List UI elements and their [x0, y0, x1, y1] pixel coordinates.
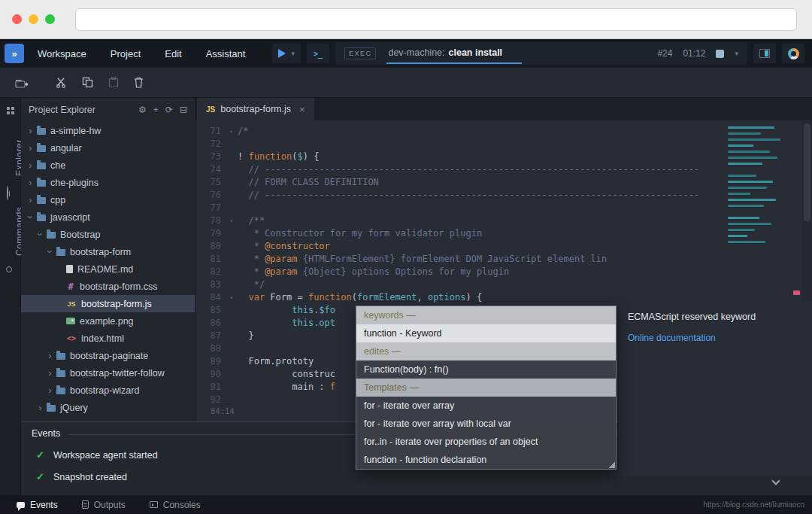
profile-button[interactable] [782, 44, 804, 63]
fold-marker-icon[interactable]: ▾ [226, 291, 238, 304]
menu-item-assistant[interactable]: Assistant [206, 48, 246, 59]
tree-item-bootstrap-form.js[interactable]: JSbootstrap-form.js [21, 295, 195, 312]
minimap-line [728, 241, 765, 243]
statusbar-tab-consoles[interactable]: Consoles [138, 495, 213, 514]
collapse-all-icon[interactable]: ⊟ [180, 105, 187, 114]
code-token: ) { [465, 292, 482, 303]
code-token: /* [238, 126, 248, 136]
code-token: options [428, 292, 466, 303]
locate-file-icon[interactable]: + [153, 105, 159, 114]
menu-item-workspace[interactable]: Workspace [38, 48, 86, 59]
fold-marker-icon[interactable]: ▾ [226, 214, 238, 227]
editor-tab-bootstrap-form-js[interactable]: JS bootstrap-form.js × [197, 98, 314, 120]
gear-icon[interactable]: ⚙ [138, 105, 147, 114]
line-number: 79 [195, 227, 226, 240]
play-icon [278, 49, 286, 58]
scrollbar-thumb[interactable] [804, 123, 810, 221]
tree-item-a-simple-hw[interactable]: ›a-simple-hw [21, 122, 195, 139]
branch-icon[interactable] [7, 186, 8, 200]
copy-icon[interactable] [82, 77, 93, 88]
terminal-button[interactable]: >_ [307, 44, 329, 63]
line-number: 75 [195, 176, 226, 189]
tree-item-che-plugins[interactable]: ›che-plugins [21, 174, 195, 191]
chevron-collapsed-icon[interactable]: › [26, 160, 35, 171]
tree-item-che[interactable]: ›che [21, 157, 195, 174]
toggle-panel-button[interactable] [753, 44, 776, 63]
code-text: */ [238, 278, 265, 291]
tree-item-index.html[interactable]: <>index.html [21, 330, 195, 347]
line-number: 82 [195, 266, 226, 278]
tree-item-example.png[interactable]: example.png [21, 312, 195, 330]
autocomplete-item[interactable]: function - Keyword [356, 324, 616, 342]
autocomplete-item[interactable]: Function(body) : fn() [356, 360, 616, 379]
grid-icon[interactable] [7, 107, 14, 114]
fold-gutter [226, 278, 238, 291]
consoles-icon [150, 501, 158, 508]
minimap-line [728, 132, 761, 135]
tree-item-bootstrap-paginate[interactable]: ›bootstrap-paginate [21, 347, 195, 364]
tree-item-bootstrap-twitter-follow[interactable]: ›bootstrap-twitter-follow [21, 364, 195, 382]
tree-item-javascript[interactable]: ›javascript [21, 208, 195, 226]
resize-grip-icon[interactable] [608, 461, 615, 468]
run-command-button[interactable]: ▾ [272, 44, 301, 63]
line-number: 81 [195, 253, 226, 266]
chevron-collapsed-icon[interactable]: › [26, 125, 35, 136]
machine-selector[interactable]: dev-machine: clean install [386, 43, 522, 64]
chevron-collapsed-icon[interactable]: › [45, 385, 55, 396]
fold-marker-icon[interactable]: ▸ [226, 125, 238, 138]
zoom-window-button[interactable] [45, 14, 55, 24]
close-window-button[interactable] [12, 14, 22, 24]
paste-icon[interactable] [108, 77, 119, 88]
close-tab-icon[interactable]: × [299, 104, 305, 115]
minimize-window-button[interactable] [29, 14, 38, 24]
menu-item-edit[interactable]: Edit [165, 48, 181, 59]
stop-process-icon[interactable] [716, 50, 724, 58]
statusbar-tab-events[interactable]: Events [5, 495, 70, 514]
line-number: 76 [195, 189, 226, 202]
minimap-line [728, 175, 756, 177]
code-token: function [248, 151, 292, 162]
fold-gutter [226, 138, 238, 151]
check-icon: ✓ [36, 449, 44, 461]
tree-item-jquery[interactable]: ›jQuery [21, 399, 195, 416]
url-bar[interactable] [75, 8, 797, 31]
cut-icon[interactable] [56, 77, 67, 88]
autocomplete-item[interactable]: for - iterate over array with local var [356, 415, 616, 433]
chevron-collapsed-icon[interactable]: › [26, 194, 35, 205]
autocomplete-item[interactable]: for - iterate over array [356, 397, 616, 415]
che-logo[interactable]: » [5, 44, 24, 63]
tree-item-bootstrap[interactable]: ›Bootstrap [21, 226, 195, 243]
autocomplete-item[interactable]: function - function declaration [356, 451, 616, 469]
chevron-collapsed-icon[interactable]: › [45, 350, 55, 361]
main-toolbar [0, 68, 812, 98]
chevron-expanded-icon[interactable]: › [35, 230, 46, 239]
tree-item-cpp[interactable]: ›cpp [21, 191, 195, 208]
chevron-collapsed-icon[interactable]: › [26, 177, 35, 188]
autocomplete-item[interactable]: for..in - iterate over properties of an … [356, 433, 616, 451]
chevron-expanded-icon[interactable]: › [25, 212, 36, 222]
tree-item-label: README.md [77, 264, 133, 275]
tree-item-readme.md[interactable]: README.md [21, 260, 195, 278]
chevron-collapsed-icon[interactable]: › [26, 142, 35, 154]
import-project-icon[interactable] [15, 78, 29, 88]
chevron-expanded-icon[interactable]: › [44, 247, 56, 257]
delete-icon[interactable] [134, 77, 144, 88]
chevron-collapsed-icon[interactable]: › [35, 402, 45, 413]
menu-item-project[interactable]: Project [111, 48, 141, 59]
run-dropdown-caret-icon[interactable]: ▾ [291, 50, 295, 57]
statusbar-tab-outputs[interactable]: Outputs [70, 495, 138, 514]
code-token: construc [238, 369, 335, 379]
tree-item-bootstrap-wizard[interactable]: ›bootstrap-wizard [21, 382, 195, 399]
refresh-icon[interactable]: ⟳ [165, 105, 173, 114]
code-text: this.opt [238, 317, 335, 330]
chevron-collapsed-icon[interactable]: › [45, 367, 55, 379]
tree-item-angular[interactable]: ›angular [21, 139, 195, 157]
code-token [238, 305, 292, 315]
online-documentation-link[interactable]: Online documentation [628, 333, 716, 343]
tree-item-bootstrap-form[interactable]: ›bootstrap-form [21, 243, 195, 260]
doc-popup-title: ECMAScript reserved keyword [628, 312, 803, 322]
exec-dropdown-caret-icon[interactable]: ▾ [735, 50, 738, 57]
tree-item-bootstrap-form.css[interactable]: #bootstrap-form.css [21, 278, 195, 295]
fold-gutter [226, 381, 238, 394]
code-token: var [248, 292, 265, 303]
